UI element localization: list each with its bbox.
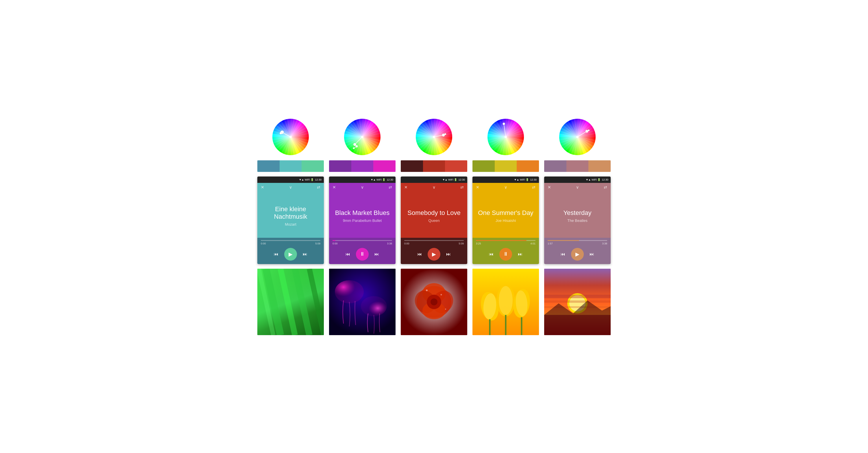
svg-point-21: [361, 136, 364, 138]
palette-swatch-0: [257, 160, 280, 172]
column-1: ▼▲ WiFi 🔋12:30 ✕ ∨ ⇄ Eine kleine Nachtmu…: [257, 118, 324, 335]
pause-button[interactable]: ⏸: [499, 248, 512, 261]
album-art: [401, 269, 467, 335]
progress-bar[interactable]: [548, 240, 607, 241]
close-icon[interactable]: ✕: [261, 185, 264, 190]
song-title: One Summer's Day: [478, 209, 533, 217]
playback-controls: ⏮▶⏭: [261, 248, 320, 261]
svg-point-40: [441, 294, 442, 295]
palette-swatch-1: [280, 160, 302, 172]
time-display: 0:003:38: [333, 242, 392, 245]
repeat-icon[interactable]: ⇄: [604, 185, 607, 190]
svg-point-62: [576, 136, 579, 138]
player-content: Black Market Blues9mm Parabellum Bullet: [329, 192, 396, 238]
song-artist: Mozart: [285, 222, 297, 226]
svg-point-6: [289, 136, 292, 138]
playback-controls: ⏮▶⏭: [548, 248, 607, 261]
album-art: [472, 269, 539, 335]
play-button[interactable]: ▶: [284, 248, 297, 261]
color-palette: [257, 160, 324, 172]
progress-bar[interactable]: [476, 240, 535, 241]
close-icon[interactable]: ✕: [476, 185, 479, 190]
song-title: Somebody to Love: [407, 209, 460, 217]
song-title: Black Market Blues: [335, 209, 390, 217]
status-bar: ▼▲ WiFi 🔋12:30: [472, 176, 539, 183]
next-button[interactable]: ⏭: [446, 252, 451, 257]
time-current: 0:00: [261, 242, 266, 245]
repeat-icon[interactable]: ⇄: [460, 185, 464, 190]
repeat-icon[interactable]: ⇄: [389, 185, 392, 190]
playback-controls: ⏮▶⏭: [404, 248, 464, 261]
time-total: 3:38: [387, 242, 392, 245]
svg-point-5: [280, 132, 282, 134]
status-bar: ▼▲ WiFi 🔋12:30: [329, 176, 396, 183]
next-button[interactable]: ⏭: [590, 252, 594, 257]
svg-point-45: [503, 123, 505, 125]
prev-button[interactable]: ⏮: [345, 252, 350, 257]
playback-controls: ⏮⏸⏭: [333, 248, 392, 261]
chevron-down-icon[interactable]: ∨: [289, 185, 292, 190]
player-content: Somebody to LoveQueen: [401, 192, 467, 238]
player-content: One Summer's DayJoe Hisaishi: [472, 192, 539, 238]
svg-point-29: [444, 133, 446, 135]
song-artist: 9mm Parabellum Bullet: [343, 218, 382, 223]
prev-button[interactable]: ⏮: [417, 252, 422, 257]
time-total: 4:01: [530, 242, 535, 245]
status-time: 12:30: [602, 178, 608, 181]
palette-swatch-1: [566, 160, 589, 172]
close-icon[interactable]: ✕: [333, 185, 336, 190]
status-icons: ▼▲ WiFi 🔋: [371, 178, 386, 181]
next-button[interactable]: ⏭: [374, 252, 379, 257]
palette-swatch-1: [351, 160, 374, 172]
next-button[interactable]: ⏭: [303, 252, 307, 257]
repeat-icon[interactable]: ⇄: [317, 185, 320, 190]
time-current: 1:57: [548, 242, 553, 245]
phone-mockup: ▼▲ WiFi 🔋12:30 ✕ ∨ ⇄ YesterdayThe Beatle…: [544, 176, 611, 264]
svg-point-20: [353, 147, 355, 149]
playback-controls: ⏮⏸⏭: [476, 248, 535, 261]
column-4: ▼▲ WiFi 🔋12:30 ✕ ∨ ⇄ One Summer's DayJoe…: [472, 118, 539, 335]
color-palette: [401, 160, 467, 172]
prev-button[interactable]: ⏮: [274, 252, 278, 257]
player-toolbar: ✕ ∨ ⇄: [544, 183, 611, 192]
prev-button[interactable]: ⏮: [561, 252, 565, 257]
song-artist: Joe Hisaishi: [496, 218, 516, 223]
chevron-down-icon[interactable]: ∨: [361, 185, 364, 190]
progress-bar[interactable]: [261, 240, 320, 241]
status-icons: ▼▲ WiFi 🔋: [299, 178, 314, 181]
main-container: ▼▲ WiFi 🔋12:30 ✕ ∨ ⇄ Eine kleine Nachtmu…: [257, 118, 611, 335]
progress-bar[interactable]: [333, 240, 392, 241]
svg-point-38: [431, 298, 437, 305]
time-total: 5:09: [459, 242, 464, 245]
close-icon[interactable]: ✕: [548, 185, 551, 190]
album-art: [544, 269, 611, 335]
phone-mockup: ▼▲ WiFi 🔋12:30 ✕ ∨ ⇄ One Summer's DayJoe…: [472, 176, 539, 264]
close-icon[interactable]: ✕: [404, 185, 408, 190]
song-title: Eine kleine Nachtmusik: [260, 205, 321, 221]
palette-swatch-1: [423, 160, 445, 172]
status-time: 12:30: [315, 178, 321, 181]
next-button[interactable]: ⏭: [518, 252, 523, 257]
chevron-down-icon[interactable]: ∨: [504, 185, 507, 190]
status-time: 12:30: [386, 178, 393, 181]
phone-mockup: ▼▲ WiFi 🔋12:30 ✕ ∨ ⇄ Somebody to LoveQue…: [401, 176, 467, 264]
color-palette: [472, 160, 539, 172]
pause-button[interactable]: ⏸: [356, 248, 369, 261]
chevron-down-icon[interactable]: ∨: [576, 185, 579, 190]
play-button[interactable]: ▶: [571, 248, 584, 261]
player-toolbar: ✕ ∨ ⇄: [329, 183, 396, 192]
prev-button[interactable]: ⏮: [489, 252, 494, 257]
progress-fill: [476, 240, 527, 241]
svg-rect-66: [544, 295, 611, 298]
status-bar: ▼▲ WiFi 🔋12:30: [257, 176, 324, 183]
svg-point-30: [433, 136, 435, 138]
color-wheel: [343, 118, 381, 156]
palette-swatch-1: [495, 160, 517, 172]
player-content: YesterdayThe Beatles: [544, 192, 611, 238]
palette-swatch-2: [445, 160, 467, 172]
repeat-icon[interactable]: ⇄: [532, 185, 535, 190]
progress-bar[interactable]: [404, 240, 464, 241]
phone-mockup: ▼▲ WiFi 🔋12:30 ✕ ∨ ⇄ Eine kleine Nachtmu…: [257, 176, 324, 264]
chevron-down-icon[interactable]: ∨: [433, 185, 435, 190]
play-button[interactable]: ▶: [428, 248, 440, 261]
